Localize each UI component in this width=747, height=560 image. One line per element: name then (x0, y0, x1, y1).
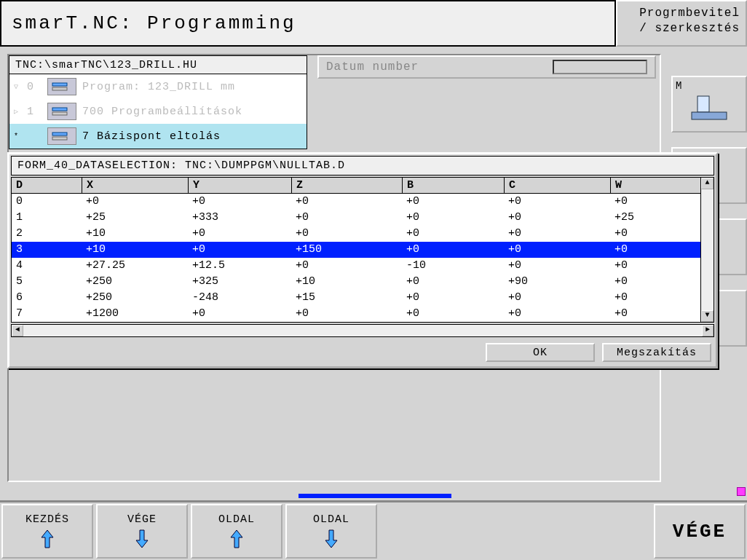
tree-row[interactable]: ▷1700 Programbeállítások (9, 99, 307, 124)
svg-marker-15 (136, 530, 148, 548)
table-row[interactable]: 4+27.25+12.5+0-10+0+0 (12, 258, 700, 274)
table-cell: +0 (291, 194, 402, 210)
data-table[interactable]: DXYZBCW 0+0+0+0+0+0+01+25+333+0+0+0+252+… (11, 177, 714, 323)
table-cell: +250 (82, 274, 188, 290)
expand-icon[interactable]: * (14, 133, 21, 141)
table-cell: +0 (402, 290, 504, 306)
table-cell: +0 (291, 306, 402, 322)
column-header[interactable]: X (82, 178, 188, 193)
softkey-page-down[interactable]: OLDAL (285, 504, 377, 559)
table-cell: +0 (188, 194, 291, 210)
softkey-bar: KEZDÉS VÉGE OLDAL OLDAL VÉGE (0, 500, 747, 560)
expand-icon[interactable]: ▷ (14, 107, 21, 116)
softkey-vege[interactable]: VÉGE (654, 504, 746, 559)
softkey-start[interactable]: KEZDÉS (1, 504, 93, 559)
horizontal-scrollbar[interactable]: ◄ ► (11, 324, 714, 337)
table-cell: +0 (402, 242, 504, 258)
vertical-scrollbar[interactable]: ▲ ▼ (700, 178, 714, 322)
table-cell: +27.25 (82, 258, 188, 274)
scroll-left-icon[interactable]: ◄ (12, 325, 23, 336)
svg-rect-6 (697, 96, 709, 112)
scroll-down-icon[interactable]: ▼ (701, 310, 714, 322)
table-cell: 2 (12, 226, 82, 242)
softkey-page-up[interactable]: OLDAL (191, 504, 282, 559)
mode-line1: Progrmbevitel (623, 6, 740, 21)
column-header[interactable]: B (402, 178, 504, 193)
table-cell: 1 (12, 210, 82, 226)
table-row[interactable]: 7+1200+0+0+0+0+0 (12, 306, 700, 322)
svg-rect-5 (52, 137, 67, 140)
tree-num: 0 (27, 81, 42, 93)
table-cell: +250 (82, 290, 188, 306)
table-cell: +0 (402, 306, 504, 322)
table-cell: +15 (291, 290, 402, 306)
machine-icon (687, 93, 731, 122)
column-header[interactable]: C (504, 178, 610, 193)
table-cell: +0 (402, 274, 504, 290)
datum-panel: Datum number (317, 55, 656, 79)
svg-rect-4 (52, 133, 67, 135)
app-title: smarT.NC: Programming (0, 0, 616, 47)
table-cell: +150 (291, 242, 402, 258)
arrow-down-icon (135, 529, 149, 549)
cancel-button[interactable]: Megszakítás (602, 343, 711, 362)
table-cell: +10 (82, 242, 188, 258)
table-cell: +25 (610, 210, 696, 226)
svg-rect-2 (52, 108, 67, 111)
tree-num: 1 (27, 106, 42, 118)
table-row[interactable]: 2+10+0+0+0+0+0 (12, 226, 700, 242)
softkey-empty (380, 504, 651, 559)
softkey-end[interactable]: VÉGE (96, 504, 188, 559)
table-cell: +0 (188, 242, 291, 258)
table-cell: +0 (504, 194, 610, 210)
side-m-label: M (676, 80, 743, 92)
column-header[interactable]: D (12, 178, 82, 193)
program-tree[interactable]: ▽0Program: 123_DRILL mm▷1700 Programbeál… (9, 74, 307, 149)
hscroll-track[interactable] (23, 325, 702, 336)
tree-node-icon (47, 78, 76, 95)
table-cell: +25 (82, 210, 188, 226)
svg-rect-3 (52, 112, 67, 115)
table-cell: 4 (12, 258, 82, 274)
table-cell: +0 (610, 306, 696, 322)
svg-marker-17 (325, 530, 337, 548)
table-row[interactable]: 6+250-248+15+0+0+0 (12, 290, 700, 306)
expand-icon[interactable]: ▽ (14, 82, 21, 91)
table-row[interactable]: 5+250+325+10+0+90+0 (12, 274, 700, 290)
table-row[interactable]: 0+0+0+0+0+0+0 (12, 194, 700, 210)
softkey-end-label: VÉGE (127, 513, 157, 526)
column-header[interactable]: W (610, 178, 696, 193)
ok-button[interactable]: OK (486, 343, 595, 362)
tree-row[interactable]: *7 Bázispont eltolás (9, 124, 307, 149)
tree-row[interactable]: ▽0Program: 123_DRILL mm (9, 74, 307, 99)
table-cell: +0 (610, 274, 696, 290)
column-header[interactable]: Z (291, 178, 402, 193)
table-cell: +0 (402, 210, 504, 226)
tree-label: Program: 123_DRILL mm (82, 81, 235, 93)
table-cell: +0 (291, 226, 402, 242)
table-cell: +90 (504, 274, 610, 290)
column-header[interactable]: Y (188, 178, 291, 193)
arrow-up-icon (40, 529, 55, 549)
table-cell: +0 (188, 226, 291, 242)
side-button-m[interactable]: M (671, 76, 747, 133)
table-cell: +0 (402, 226, 504, 242)
table-row[interactable]: 3+10+0+150+0+0+0 (12, 242, 700, 258)
table-cell: 0 (12, 194, 82, 210)
tree-node-icon (47, 127, 76, 145)
dialog-title: FORM_40_DATASELECTION: TNC:\DUMPPGM\NULL… (11, 156, 714, 176)
tree-label: 700 Programbeállítások (82, 106, 242, 118)
table-cell: +1200 (82, 306, 188, 322)
mode-line2: / szerkesztés (623, 21, 740, 36)
table-cell: +12.5 (188, 258, 291, 274)
scroll-up-icon[interactable]: ▲ (701, 178, 714, 189)
datum-input[interactable] (553, 60, 647, 74)
svg-rect-1 (52, 87, 67, 90)
datum-label: Datum number (326, 60, 538, 74)
table-cell: +0 (291, 258, 402, 274)
table-row[interactable]: 1+25+333+0+0+0+25 (12, 210, 700, 226)
table-cell: +0 (188, 306, 291, 322)
table-cell: 6 (12, 290, 82, 306)
scroll-track[interactable] (701, 189, 714, 310)
scroll-right-icon[interactable]: ► (702, 325, 714, 336)
